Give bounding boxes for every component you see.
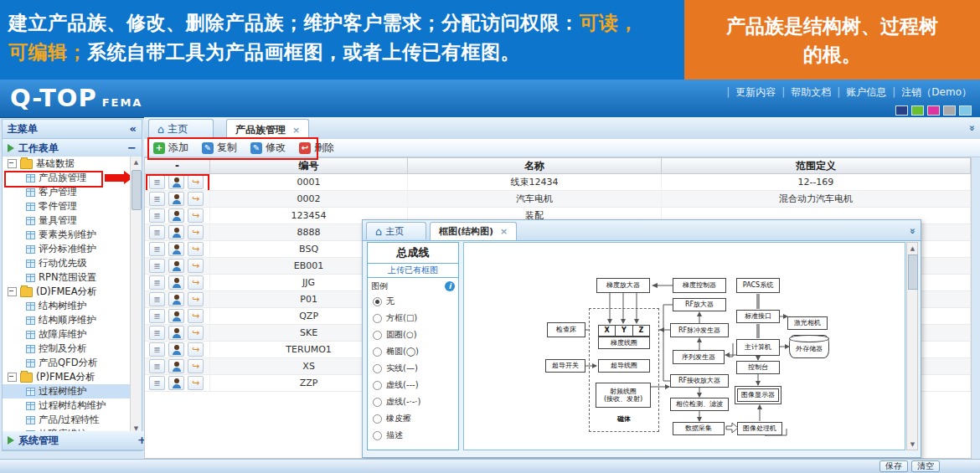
- doc-icon-button[interactable]: ≣: [149, 175, 165, 189]
- dialog-tabbar-collapse-icon[interactable]: «: [906, 228, 918, 234]
- tree-folder[interactable]: (D)FMEA分析: [3, 285, 142, 299]
- open-icon-button[interactable]: ↪: [188, 376, 204, 390]
- scroll-up-icon[interactable]: ▲: [131, 157, 142, 167]
- theme-swatch[interactable]: [943, 105, 956, 116]
- person-icon-button[interactable]: [168, 208, 184, 223]
- doc-icon-button[interactable]: ≣: [149, 242, 165, 256]
- expander-icon[interactable]: [8, 287, 17, 296]
- legend-option[interactable]: 实线(—): [368, 360, 458, 377]
- open-icon-button[interactable]: ↪: [188, 342, 204, 357]
- open-icon-button[interactable]: ↪: [188, 175, 204, 189]
- tree-item[interactable]: 评分标准维护: [3, 242, 142, 256]
- doc-icon-button[interactable]: ≣: [149, 225, 165, 239]
- sidebar-section-worksheets[interactable]: 工作表单 −: [3, 139, 142, 158]
- tree-item[interactable]: 故障库维护: [3, 327, 142, 342]
- doc-icon-button[interactable]: ≣: [149, 359, 165, 373]
- sidebar-section-system[interactable]: 系统管理 +: [3, 431, 152, 450]
- close-icon[interactable]: ×: [292, 125, 300, 136]
- tree-item[interactable]: 过程树结构维护: [3, 398, 142, 413]
- open-icon-button[interactable]: ↪: [188, 292, 204, 306]
- add-button[interactable]: +添加: [151, 140, 191, 156]
- open-icon-button[interactable]: ↪: [188, 275, 204, 290]
- tab-active[interactable]: 产品族管理×: [226, 119, 309, 140]
- open-icon-button[interactable]: ↪: [188, 359, 204, 373]
- edit-button[interactable]: ✎修改: [248, 140, 288, 156]
- radio-button[interactable]: [373, 431, 382, 440]
- tree-item[interactable]: 量具管理: [3, 213, 142, 228]
- legend-option[interactable]: 椭圆(◯): [368, 343, 458, 360]
- tree-item[interactable]: 结构树维护: [3, 299, 142, 313]
- person-icon-button[interactable]: [168, 259, 184, 273]
- theme-swatch[interactable]: [959, 105, 972, 116]
- appbar-link[interactable]: 账户信息: [846, 86, 886, 98]
- tabbar-collapse-icon[interactable]: «: [966, 125, 977, 131]
- tree-item[interactable]: 行动优先级: [3, 256, 142, 270]
- tree-item[interactable]: 零件管理: [3, 199, 142, 213]
- legend-option[interactable]: 无: [368, 293, 458, 310]
- legend-option[interactable]: 虚线(---): [368, 377, 458, 393]
- tree-item[interactable]: 产品QFD分析: [3, 356, 142, 370]
- doc-icon-button[interactable]: ≣: [149, 342, 165, 357]
- tree-item[interactable]: 产品族管理: [3, 171, 142, 185]
- radio-button[interactable]: [373, 414, 382, 424]
- doc-icon-button[interactable]: ≣: [149, 208, 165, 223]
- tree-scrollbar[interactable]: ▲ ▼: [130, 157, 142, 434]
- tree-item[interactable]: 过程树维护: [3, 384, 142, 398]
- upload-diagram-link[interactable]: 上传已有框图: [368, 264, 458, 278]
- tab-active[interactable]: 框图(结构图)×: [430, 222, 517, 240]
- theme-swatch[interactable]: [911, 105, 924, 116]
- legend-option[interactable]: 方框(□): [368, 310, 458, 326]
- radio-button[interactable]: [373, 398, 382, 407]
- collapse-section-icon[interactable]: −: [127, 139, 137, 157]
- tree-item[interactable]: 产品/过程特性: [3, 413, 142, 427]
- doc-icon-button[interactable]: ≣: [149, 326, 165, 340]
- tree-folder[interactable]: (P)FMEA分析: [3, 370, 142, 384]
- person-icon-button[interactable]: [168, 326, 184, 340]
- close-icon[interactable]: ×: [500, 226, 508, 237]
- table-row[interactable]: ≣↪0001线束1243412--169: [145, 174, 971, 191]
- radio-button[interactable]: [373, 297, 382, 306]
- tab-home[interactable]: ⌂主页: [148, 119, 214, 138]
- diagram-canvas[interactable]: 检查床梯度放大器梯度控制器PACS系统RF放大器标准接口激光相机XYZ梯度线圈R…: [463, 242, 905, 450]
- appbar-link[interactable]: 帮助文档: [791, 86, 831, 98]
- sidebar-collapse-icon[interactable]: «: [130, 120, 137, 138]
- person-icon-button[interactable]: [168, 192, 184, 206]
- doc-icon-button[interactable]: ≣: [149, 309, 165, 323]
- radio-button[interactable]: [373, 331, 382, 340]
- tree-item[interactable]: 控制及分析: [3, 342, 142, 356]
- theme-swatch[interactable]: [927, 105, 940, 116]
- save-button[interactable]: 保存: [879, 460, 908, 472]
- expander-icon[interactable]: [8, 373, 17, 382]
- tab-home[interactable]: ⌂主页: [366, 222, 426, 239]
- copy-button[interactable]: ✎复制: [199, 140, 240, 156]
- doc-icon-button[interactable]: ≣: [149, 275, 165, 290]
- person-icon-button[interactable]: [168, 292, 184, 306]
- info-icon[interactable]: i: [445, 281, 455, 291]
- doc-icon-button[interactable]: ≣: [149, 376, 165, 390]
- tree-folder[interactable]: 基础数据: [3, 157, 142, 171]
- open-icon-button[interactable]: ↪: [188, 259, 204, 273]
- delete-button[interactable]: ↩删除: [297, 140, 337, 156]
- open-icon-button[interactable]: ↪: [188, 208, 204, 223]
- tree-item[interactable]: 结构顺序维护: [3, 313, 142, 327]
- open-icon-button[interactable]: ↪: [188, 225, 204, 239]
- doc-icon-button[interactable]: ≣: [149, 292, 165, 306]
- legend-option[interactable]: 虚线(-·-·): [368, 393, 458, 410]
- person-icon-button[interactable]: [168, 225, 184, 239]
- radio-button[interactable]: [373, 347, 382, 357]
- person-icon-button[interactable]: [168, 175, 184, 189]
- clear-button[interactable]: 清空: [911, 460, 940, 472]
- table-row[interactable]: ≣↪0002汽车电机混合动力汽车电机: [145, 191, 971, 208]
- legend-option[interactable]: 圆圈(○): [368, 326, 458, 343]
- scrollbar-thumb[interactable]: [908, 254, 918, 290]
- open-icon-button[interactable]: ↪: [188, 326, 204, 340]
- person-icon-button[interactable]: [168, 359, 184, 373]
- person-icon-button[interactable]: [168, 309, 184, 323]
- expander-icon[interactable]: [8, 159, 17, 168]
- theme-swatch[interactable]: [895, 105, 908, 116]
- tree-item[interactable]: 要素类别维护: [3, 228, 142, 242]
- tree-item[interactable]: 客户管理: [3, 185, 142, 199]
- legend-option[interactable]: 描述: [368, 427, 458, 444]
- radio-button[interactable]: [373, 364, 382, 373]
- person-icon-button[interactable]: [168, 376, 184, 390]
